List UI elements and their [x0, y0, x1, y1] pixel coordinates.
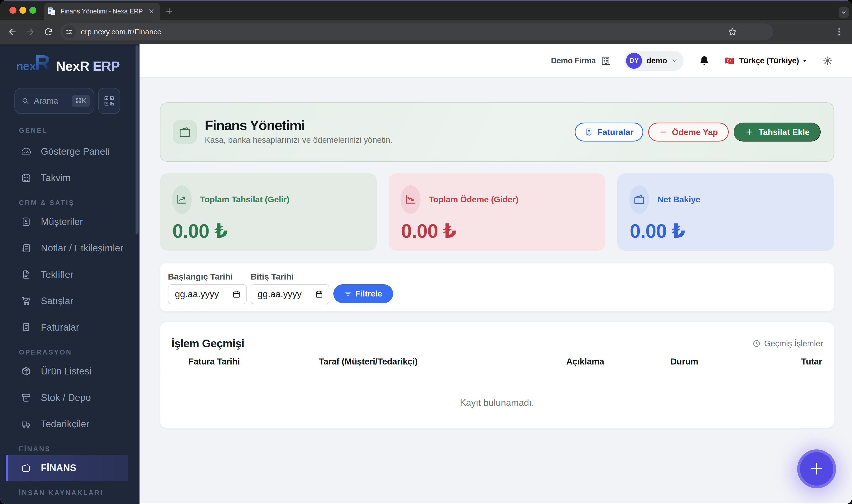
app-header: Demo Firma DY demo Türkçe (Türkiye) — [140, 44, 852, 78]
column-fatura-tarihi: Fatura Tarihi — [188, 357, 240, 366]
zoom-window-button[interactable] — [30, 7, 36, 14]
history-link[interactable]: Geçmiş İşlemler — [753, 339, 823, 348]
language-selector[interactable]: Türkçe (Türkiye) — [739, 56, 799, 65]
trending-down-icon — [401, 185, 420, 214]
logo-nex-text: nex — [16, 59, 36, 73]
sidebar-section-crm-satis: CRM & SATIŞ — [0, 199, 140, 206]
sidebar-item-stok-depo[interactable]: Stok / Depo — [0, 384, 140, 411]
package-icon — [21, 366, 31, 376]
stat-value: 0.00 ₺ — [173, 220, 228, 242]
site-settings-icon[interactable] — [63, 25, 76, 38]
trending-up-icon — [172, 185, 192, 214]
tab-close-icon[interactable] — [148, 7, 155, 15]
new-tab-button[interactable] — [164, 6, 174, 16]
reload-icon — [43, 27, 53, 37]
forward-button[interactable] — [23, 25, 37, 39]
caret-down-icon — [802, 58, 808, 64]
collect-button[interactable]: Tahsilat Ekle — [734, 123, 821, 142]
wallet-icon — [178, 125, 192, 139]
invoices-button[interactable]: Faturalar — [575, 123, 643, 142]
end-date-input-wrap — [251, 284, 329, 304]
clock-icon — [753, 339, 761, 348]
browser-menu-icon[interactable] — [834, 27, 844, 37]
bookmark-star-icon[interactable] — [727, 27, 738, 37]
wallet-icon — [629, 185, 649, 214]
browser-toolbar: erp.nexy.com.tr/Finance — [0, 20, 852, 44]
search-placeholder: Arama — [34, 96, 58, 106]
end-date-group: Bitiş Tarihi — [251, 272, 329, 304]
calendar-icon[interactable] — [232, 290, 241, 299]
browser-tab[interactable]: Finans Yönetimi - Nexa ERP — [44, 3, 160, 20]
sidebar-item-notlar-etkilesimler[interactable]: Notlar / Etkileşimler — [0, 235, 140, 262]
pay-button[interactable]: Ödeme Yap — [648, 123, 729, 142]
receipt-icon — [584, 128, 593, 137]
logo-r-mark: R — [35, 53, 51, 72]
plus-icon — [745, 127, 754, 137]
stat-value: 0.00 ₺ — [401, 220, 456, 242]
gauge-icon — [21, 146, 31, 157]
close-window-button[interactable] — [10, 7, 16, 14]
url-bar[interactable]: erp.nexy.com.tr/Finance — [60, 23, 773, 40]
sidebar-item-satislar[interactable]: Satışlar — [0, 288, 140, 314]
page-subtitle: Kasa, banka hesaplarınızı ve ödemelerini… — [205, 135, 393, 145]
archive-icon — [21, 392, 31, 403]
browser-window: Finans Yönetimi - Nexa ERP erp.nexy.com.… — [0, 0, 852, 504]
cart-icon — [21, 296, 31, 306]
hero-card: Finans Yönetimi Kasa, banka hesaplarınız… — [160, 102, 834, 162]
page-title: Finans Yönetimi — [205, 118, 393, 133]
start-date-input-wrap — [168, 284, 247, 304]
calendar-icon[interactable] — [315, 290, 323, 299]
sidebar-item-gosterge-paneli[interactable]: Gösterge Paneli — [0, 138, 140, 165]
stat-cards: Toplam Tahsilat (Gelir) 0.00 ₺ Toplam Öd… — [160, 174, 834, 251]
hero-text: Finans Yönetimi Kasa, banka hesaplarınız… — [205, 118, 393, 145]
sidebar-section-genel: GENEL — [0, 127, 140, 134]
sidebar-item-teklifler[interactable]: Teklifler — [0, 262, 140, 288]
app-logo[interactable]: nexR NexR ERP — [0, 44, 140, 88]
url-text[interactable]: erp.nexy.com.tr/Finance — [81, 28, 161, 36]
sidebar-section-insan-kaynaklari: İNSAN KAYNAKLARI — [0, 489, 140, 497]
stat-card-balance: Net Bakiye 0.00 ₺ — [617, 174, 834, 251]
sidebar-item-faturalar[interactable]: Faturalar — [0, 314, 140, 341]
user-avatar: DY — [626, 53, 642, 69]
sidebar-item-musteriler[interactable]: Müşteriler — [0, 209, 140, 235]
filter-card: Başlangıç Tarihi Bitiş Tarihi — [160, 263, 834, 311]
qr-scan-button[interactable] — [98, 88, 120, 114]
wallet-icon — [21, 463, 31, 473]
content-root: Demo Firma DY demo Türkçe (Türkiye) — [140, 44, 852, 504]
tab-search-button[interactable] — [838, 7, 849, 18]
user-menu[interactable]: DY demo — [624, 51, 684, 71]
calendar-icon — [21, 173, 31, 183]
filter-button[interactable]: Filtrele — [333, 284, 393, 303]
fab-inner — [800, 452, 833, 486]
reload-button[interactable] — [41, 25, 55, 39]
theme-toggle-sun-icon[interactable] — [822, 56, 833, 66]
sidebar-section-finans: FİNANS — [0, 445, 140, 453]
sidebar-item-tedarikciler[interactable]: Tedarikçiler — [0, 411, 140, 437]
tab-title: Finans Yönetimi - Nexa ERP — [60, 7, 143, 15]
chevron-down-icon — [671, 57, 678, 64]
sidebar-scrollbar[interactable] — [135, 46, 139, 234]
notes-icon — [21, 243, 31, 253]
transactions-header: İşlem Geçmişi Geçmiş İşlemler — [160, 322, 834, 354]
back-button[interactable] — [5, 25, 19, 39]
id-badge-icon — [21, 216, 31, 227]
sidebar-item-finans[interactable]: FİNANS — [6, 455, 128, 481]
hero-actions: Faturalar Ödeme Yap Tahsilat Ekle — [575, 123, 821, 142]
start-date-label: Başlangıç Tarihi — [168, 272, 247, 284]
sidebar-item-takvim[interactable]: Takvim — [0, 165, 140, 191]
building-icon[interactable] — [601, 56, 611, 66]
search-input[interactable]: Arama ⌘K — [15, 88, 94, 114]
stat-label: Net Bakiye — [657, 195, 700, 204]
stat-label: Toplam Tahsilat (Gelir) — [200, 195, 289, 204]
sidebar-search-row: Arama ⌘K — [0, 88, 140, 114]
stat-card-expense: Toplam Ödeme (Gider) 0.00 ₺ — [388, 174, 605, 251]
minimize-window-button[interactable] — [19, 7, 26, 14]
plus-icon — [809, 461, 825, 477]
hero-wallet-chip — [173, 120, 197, 144]
notifications-bell-icon[interactable] — [699, 55, 710, 67]
stat-label: Toplam Ödeme (Gider) — [429, 195, 519, 204]
sidebar-item-urun-listesi[interactable]: Ürün Listesi — [0, 358, 140, 384]
filter-icon — [344, 290, 352, 298]
tab-favicon-icon — [48, 7, 57, 16]
fab-add-button[interactable] — [797, 449, 836, 488]
